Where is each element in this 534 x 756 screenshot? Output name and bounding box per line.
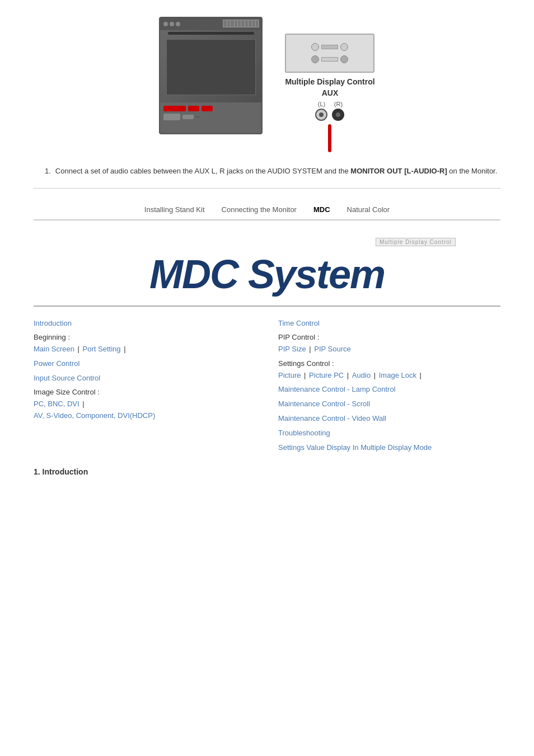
toc-link-port-setting[interactable]: Port Setting: [83, 345, 121, 353]
separator-4: |: [309, 345, 313, 353]
ctrl-btn-2: [170, 22, 174, 26]
nav-item-installing[interactable]: Installing Stand Kit: [144, 205, 205, 214]
instruction-section: 1. Connect a set of audio cables between…: [34, 166, 500, 177]
separator-5: |: [304, 371, 308, 379]
separator-7: |: [374, 371, 378, 379]
toc-link-maintenance-lamp[interactable]: Maintenance Control - Lamp Control: [278, 385, 396, 393]
monitor-keypad: [223, 20, 259, 27]
toc-link-pc-bnc-dvi[interactable]: PC, BNC, DVI: [34, 400, 79, 408]
toc-link-time-control[interactable]: Time Control: [278, 319, 320, 327]
aux-port-row1: [311, 43, 348, 51]
toc-link-settings-value[interactable]: Settings Value Display In Multiple Displ…: [278, 443, 432, 452]
toc-item-8: Settings Control : Picture | Picture PC …: [278, 358, 500, 382]
toc-link-pip-source[interactable]: PIP Source: [314, 345, 351, 353]
port-slot-2: [321, 57, 338, 62]
monitor-screen: [166, 39, 255, 95]
toc-item-10: Maintenance Control - Scroll: [278, 398, 500, 410]
separator-8: |: [420, 371, 421, 379]
nav-item-connecting[interactable]: Connecting the Monitor: [222, 205, 297, 214]
toc-item-3: Power Control: [34, 358, 256, 370]
toc-item-6: Time Control: [278, 318, 500, 330]
toc-link-maintenance-video-wall[interactable]: Maintenance Control - Video Wall: [278, 414, 386, 422]
aux-label-row: Multiple Display Control: [285, 77, 374, 86]
right-label: (R): [334, 101, 343, 107]
right-connector: (R): [332, 101, 344, 121]
nav-item-natural-color[interactable]: Natural Color: [347, 205, 390, 214]
intro-heading: 1. Introduction: [34, 467, 500, 476]
instruction-text: Connect a set of audio cables between th…: [55, 166, 498, 177]
cable-container: [328, 124, 331, 152]
audio-cable: [328, 124, 331, 152]
right-jack-inner: [336, 112, 340, 117]
aux-port-row2: [311, 55, 348, 63]
aux-ports-left: [311, 43, 348, 63]
port-circle-1: [311, 43, 319, 51]
mdc-title-container: MDC System: [149, 254, 385, 294]
mdc-logo-section: Multiple Display Control MDC System: [34, 232, 500, 307]
instruction-number: 1.: [45, 166, 51, 177]
toc-item-13: Settings Value Display In Multiple Displ…: [278, 442, 500, 454]
nav-bar: Installing Stand Kit Connecting the Moni…: [34, 200, 500, 220]
chip-red3: [202, 106, 213, 111]
bottom-row2: [163, 114, 258, 120]
bottom-chip-gray: [163, 114, 180, 120]
port-slot-1: [321, 45, 338, 49]
toc-link-power-control[interactable]: Power Control: [34, 359, 79, 368]
toc-list-left: Introduction Beginning : Main Screen | P…: [34, 318, 256, 422]
toc-item-4: Input Source Control: [34, 373, 256, 384]
monitor-top-controls: [160, 18, 261, 30]
toc-item-2: Beginning : Main Screen | Port Setting |: [34, 332, 256, 355]
separator-3: |: [82, 400, 84, 408]
toc-link-picture[interactable]: Picture: [278, 371, 301, 379]
bottom-label: [196, 116, 199, 118]
divider-1: [34, 188, 500, 189]
toc-link-audio[interactable]: Audio: [352, 371, 371, 379]
toc-section: Introduction Beginning : Main Screen | P…: [34, 318, 500, 457]
left-label: (L): [318, 101, 325, 107]
port-circle-4: [340, 55, 348, 63]
toc-item-11: Maintenance Control - Video Wall: [278, 413, 500, 425]
toc-link-input-source[interactable]: Input Source Control: [34, 374, 100, 382]
toc-right: Time Control PIP Control : PIP Size | PI…: [278, 318, 500, 457]
instruction-bold: MONITOR OUT [L-AUDIO-R]: [350, 167, 447, 175]
port-circle-2: [340, 43, 348, 51]
toc-link-introduction[interactable]: Introduction: [34, 319, 72, 327]
aux-device-box: [285, 34, 374, 73]
ctrl-btn-1: [163, 22, 168, 26]
toc-item-12: Troubleshooting: [278, 428, 500, 439]
toc-link-av-svideo[interactable]: AV, S-Video, Component, DVI(HDCP): [34, 411, 155, 420]
mdc-subtitle-container: Multiple Display Control: [376, 237, 456, 246]
aux-text: Multiple Display Control: [285, 77, 374, 86]
separator-1: |: [78, 345, 82, 353]
toc-link-maintenance-scroll[interactable]: Maintenance Control - Scroll: [278, 400, 370, 408]
toc-link-image-lock[interactable]: Image Lock: [379, 371, 416, 379]
chip-red: [163, 106, 186, 111]
chip-red2: [188, 106, 199, 111]
toc-link-pip-size[interactable]: PIP Size: [278, 345, 306, 353]
separator-2: |: [124, 345, 125, 353]
bottom-row1: [163, 106, 258, 111]
bottom-chip-gray2: [182, 115, 194, 119]
left-connector: (L): [315, 101, 327, 121]
page-container: Multiple Display Control AUX (L) (R): [0, 0, 534, 487]
toc-item-7: PIP Control : PIP Size | PIP Source: [278, 332, 500, 355]
nav-item-mdc[interactable]: MDC: [313, 205, 330, 214]
left-jack: [315, 109, 327, 121]
toc-link-main-screen[interactable]: Main Screen: [34, 345, 74, 353]
aux-connector-row: (L) (R): [315, 101, 344, 121]
instruction-item-1: 1. Connect a set of audio cables between…: [45, 166, 500, 177]
mdc-subtitle: Multiple Display Control: [376, 238, 456, 246]
toc-left: Introduction Beginning : Main Screen | P…: [34, 318, 256, 457]
ctrl-btn-3: [176, 22, 180, 26]
aux-label: AUX: [322, 88, 339, 97]
toc-link-picture-pc[interactable]: Picture PC: [309, 371, 344, 379]
left-jack-inner: [319, 112, 324, 117]
monitor-image: [159, 17, 263, 134]
aux-section: Multiple Display Control AUX (L) (R): [285, 34, 374, 152]
toc-list-right: Time Control PIP Control : PIP Size | PI…: [278, 318, 500, 454]
mdc-main-title: MDC System: [149, 252, 385, 297]
separator-6: |: [347, 371, 351, 379]
toc-item-1: Introduction: [34, 318, 256, 330]
toc-link-troubleshooting[interactable]: Troubleshooting: [278, 429, 330, 437]
monitor-bar: [168, 32, 254, 35]
